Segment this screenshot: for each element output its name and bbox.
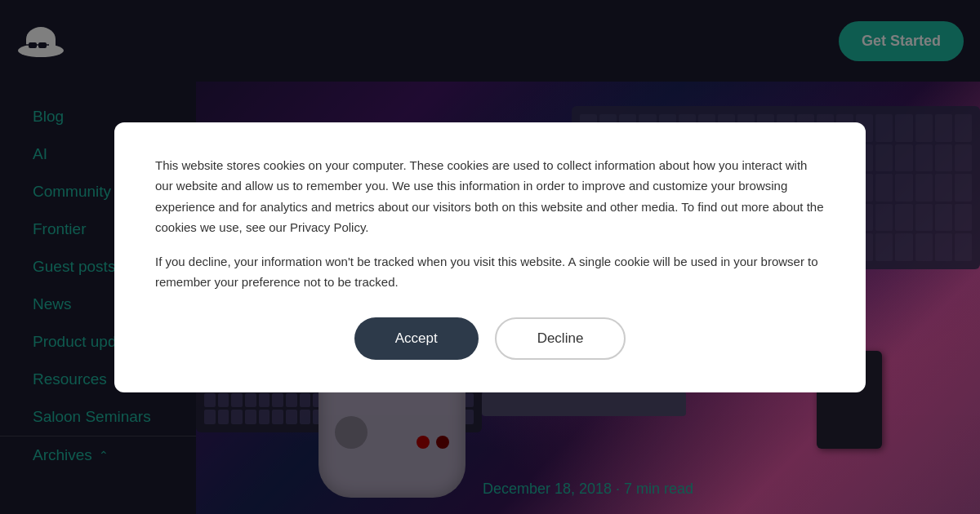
cookie-text-1: This website stores cookies on your comp… xyxy=(155,155,825,238)
cookie-modal: This website stores cookies on your comp… xyxy=(114,122,866,392)
cookie-text-2: If you decline, your information won't b… xyxy=(155,251,825,293)
decline-button[interactable]: Decline xyxy=(495,317,626,360)
cookie-modal-buttons: Accept Decline xyxy=(155,317,825,360)
accept-button[interactable]: Accept xyxy=(354,317,479,360)
cookie-modal-overlay: This website stores cookies on your comp… xyxy=(0,0,980,514)
